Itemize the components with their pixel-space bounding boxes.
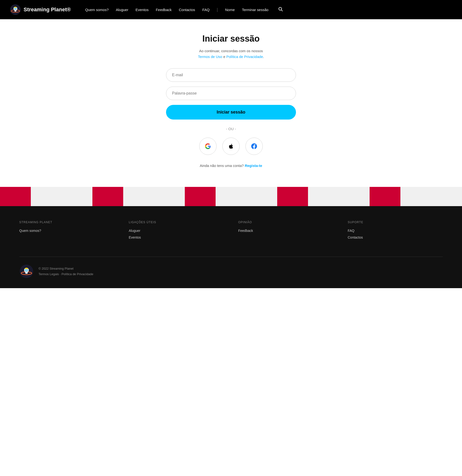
svg-rect-11 — [25, 272, 28, 274]
footer-columns: STREAMING PLANET Quem somos? LIGAÇÕES ÚT… — [19, 221, 443, 242]
register-link[interactable]: Regista-te — [245, 163, 262, 168]
nav-feedback[interactable]: Feedback — [156, 8, 171, 12]
footer-logo-icon — [19, 264, 34, 279]
terms-link[interactable]: Termos de Uso — [198, 55, 222, 59]
footer-col-ligacoes: LIGAÇÕES ÚTEIS Aluguer Eventos — [129, 221, 224, 242]
nav-quem-somos[interactable]: Quem somos? — [85, 8, 109, 12]
facebook-login-button[interactable] — [245, 138, 263, 155]
email-field[interactable] — [166, 68, 296, 82]
svg-rect-4 — [14, 10, 16, 12]
google-icon — [205, 143, 211, 149]
copyright-text: © 2022 Streaming Planet — [38, 267, 73, 270]
footer: STREAMING PLANET Quem somos? LIGAÇÕES ÚT… — [0, 206, 462, 288]
main-content: Iniciar sessão Ao continuar, concordas c… — [0, 19, 462, 187]
footer-col-suporte: SUPORTE FAQ Contactos — [348, 221, 443, 242]
apple-login-button[interactable] — [222, 138, 240, 155]
footer-dot: · — [59, 272, 62, 276]
footer-col1-title: STREAMING PLANET — [19, 221, 114, 224]
footer-col-streaming-planet: STREAMING PLANET Quem somos? — [19, 221, 114, 242]
nav-eventos[interactable]: Eventos — [136, 8, 148, 12]
logo-text: Streaming Planet® — [24, 7, 71, 13]
apple-icon — [228, 143, 234, 149]
footer-col4-title: SUPORTE — [348, 221, 443, 224]
nav-aluguer[interactable]: Aluguer — [116, 8, 128, 12]
logo[interactable]: Streaming Planet® — [10, 4, 71, 15]
footer-eventos[interactable]: Eventos — [129, 236, 224, 239]
logo-icon — [10, 4, 21, 15]
footer-col3-title: OPINIÃO — [238, 221, 333, 224]
facebook-icon — [251, 143, 257, 149]
subtitle-plain: Ao continuar, concordas com os nossos — [199, 49, 263, 53]
password-field[interactable] — [166, 87, 296, 100]
svg-line-6 — [281, 10, 282, 11]
main-nav: Quem somos? Aluguer Eventos Feedback Con… — [85, 7, 452, 13]
footer-quem-somos[interactable]: Quem somos? — [19, 229, 114, 233]
register-prompt: Ainda não tens uma conta? — [200, 163, 244, 168]
footer-faq[interactable]: FAQ — [348, 229, 443, 233]
social-login-buttons — [199, 138, 263, 155]
subtitle: Ao continuar, concordas com os nossos Te… — [198, 48, 264, 60]
google-login-button[interactable] — [199, 138, 217, 155]
footer-termos-legais[interactable]: Termos Legais — [38, 272, 59, 276]
page-title: Iniciar sessão — [202, 34, 260, 44]
footer-aluguer[interactable]: Aluguer — [129, 229, 224, 233]
footer-bottom: © 2022 Streaming Planet Termos Legais · … — [19, 257, 443, 279]
footer-col-opiniao: OPINIÃO Feedback — [238, 221, 333, 242]
nav-faq[interactable]: FAQ — [202, 8, 210, 12]
login-form-container: Iniciar sessão Ao continuar, concordas c… — [166, 34, 296, 168]
footer-col2-title: LIGAÇÕES ÚTEIS — [129, 221, 224, 224]
footer-contactos[interactable]: Contactos — [348, 236, 443, 239]
deco-band — [0, 187, 462, 206]
privacy-link[interactable]: Política de Privacidade — [226, 55, 263, 59]
search-icon[interactable] — [278, 7, 283, 13]
footer-politica-privacidade[interactable]: Política de Privacidade — [61, 272, 93, 276]
register-text: Ainda não tens uma conta? Regista-te — [200, 163, 262, 168]
nav-nome[interactable]: Nome — [225, 8, 235, 12]
footer-copyright: © 2022 Streaming Planet Termos Legais · … — [38, 266, 93, 277]
footer-feedback[interactable]: Feedback — [238, 229, 333, 233]
subtitle-and-word: e — [223, 55, 225, 59]
nav-divider: | — [217, 7, 218, 12]
login-button[interactable]: Iniciar sessão — [166, 105, 296, 119]
nav-contactos[interactable]: Contactos — [179, 8, 195, 12]
nav-terminar-sessao[interactable]: Terminar sessão — [242, 8, 269, 12]
subtitle-dot: . — [263, 55, 264, 59]
or-divider: - OU - — [226, 127, 236, 131]
